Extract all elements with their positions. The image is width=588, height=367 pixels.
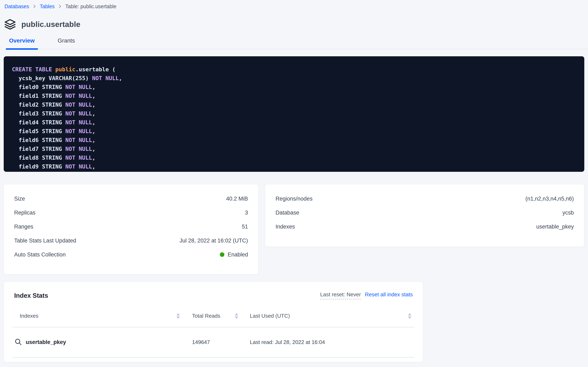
chevron-right-icon: [33, 4, 36, 8]
stat-value: 51: [242, 224, 248, 230]
stat-label: Table Stats Last Updated: [14, 238, 76, 244]
reset-index-stats-link[interactable]: Reset all index stats: [365, 291, 413, 298]
sql-line: field6 STRING NOT NULL,: [12, 136, 576, 144]
stat-value: Jul 28, 2022 at 16:02 (UTC): [180, 238, 248, 244]
sql-line: field7 STRING NOT NULL,: [12, 144, 576, 153]
index-stats-card: Index Stats Last reset: Never Reset all …: [4, 282, 423, 362]
column-header-total-reads[interactable]: Total Reads: [192, 313, 238, 319]
column-label: Indexes: [20, 313, 38, 319]
tab-grants-label: Grants: [58, 37, 75, 44]
stat-value: 40.2 MiB: [226, 196, 248, 202]
sql-line: field2 STRING NOT NULL,: [12, 100, 576, 109]
stat-label: Ranges: [14, 224, 33, 230]
sql-line: field3 STRING NOT NULL,: [12, 109, 576, 118]
stat-label: Database: [275, 210, 299, 216]
stat-row-indexes: Indexes usertable_pkey: [275, 220, 574, 234]
stat-label: Auto Stats Collection: [14, 251, 66, 258]
table-stack-icon: [4, 19, 16, 30]
column-label: Total Reads: [192, 313, 220, 319]
table-info-card: Regions/nodes (n1,n2,n3,n4,n5,n6) Databa…: [265, 184, 584, 247]
tab-bar: Overview Grants: [6, 37, 588, 49]
breadcrumb-current: Table: public.usertable: [65, 3, 116, 9]
sql-line: field1 STRING NOT NULL,: [12, 92, 576, 100]
reset-controls: Last reset: Never Reset all index stats: [320, 291, 413, 299]
column-header-indexes[interactable]: Indexes: [13, 313, 180, 319]
total-reads-value: 149647: [192, 339, 238, 345]
last-used-value: Last read: Jul 28, 2022 at 16:04: [250, 339, 414, 345]
stat-value: (n1,n2,n3,n4,n5,n6): [525, 196, 574, 202]
tab-grants[interactable]: Grants: [54, 37, 78, 49]
stat-label: Replicas: [14, 210, 35, 216]
stat-row-stats-updated: Table Stats Last Updated Jul 28, 2022 at…: [14, 234, 248, 248]
column-header-last-used[interactable]: Last Used (UTC): [250, 313, 414, 319]
page-header: public.usertable: [4, 18, 588, 30]
sql-line: field4 STRING NOT NULL,: [12, 118, 576, 127]
table-stats-card: Size 40.2 MiB Replicas 3 Ranges 51 Table…: [4, 184, 258, 275]
sql-line: field8 STRING NOT NULL,: [12, 153, 576, 162]
index-stats-title: Index Stats: [14, 292, 48, 299]
stat-row-ranges: Ranges 51: [14, 220, 248, 234]
sql-line: field0 STRING NOT NULL,: [12, 83, 576, 92]
sql-line: field9 STRING NOT NULL,: [12, 162, 576, 171]
stat-label: Size: [14, 196, 25, 202]
last-reset-label: Last reset: Never: [320, 291, 361, 299]
index-link-usertable-pkey[interactable]: usertable_pkey: [13, 338, 180, 347]
stat-label: Indexes: [275, 224, 295, 230]
index-table-header: Indexes Total Reads Last Used (UTC): [13, 305, 414, 327]
breadcrumb-tables[interactable]: Tables: [40, 3, 55, 9]
stat-row-database: Database ycsb: [275, 206, 574, 220]
sql-line: ycsb_key VARCHAR(255) NOT NULL,: [12, 74, 576, 83]
magnifier-icon: [14, 338, 22, 347]
create-table-sql-block: CREATE TABLE public.usertable ( ycsb_key…: [4, 56, 584, 172]
status-text: Enabled: [228, 251, 248, 258]
summary-cards: Size 40.2 MiB Replicas 3 Ranges 51 Table…: [4, 184, 584, 275]
table-row: usertable_pkey 149647 Last read: Jul 28,…: [13, 327, 414, 358]
index-stats-header: Index Stats Last reset: Never Reset all …: [4, 282, 423, 299]
column-label: Last Used (UTC): [250, 313, 290, 319]
status-enabled-dot: [220, 252, 224, 257]
index-stats-table: Indexes Total Reads Last Used (UTC): [13, 305, 414, 358]
sort-icon[interactable]: [176, 313, 180, 319]
breadcrumb-databases[interactable]: Databases: [5, 3, 29, 9]
stat-row-replicas: Replicas 3: [14, 206, 248, 220]
stat-row-regions: Regions/nodes (n1,n2,n3,n4,n5,n6): [275, 192, 574, 206]
stat-label: Regions/nodes: [275, 196, 313, 202]
index-name: usertable_pkey: [26, 339, 66, 345]
stat-row-size: Size 40.2 MiB: [14, 192, 248, 206]
sql-line: field5 STRING NOT NULL,: [12, 127, 576, 136]
tab-overview[interactable]: Overview: [6, 37, 38, 49]
page-title: public.usertable: [21, 20, 80, 29]
sort-icon[interactable]: [235, 313, 238, 319]
breadcrumb: Databases Tables Table: public.usertable: [0, 3, 588, 10]
chevron-right-icon: [59, 4, 61, 8]
stat-row-auto-stats: Auto Stats Collection Enabled: [14, 248, 248, 262]
sort-icon[interactable]: [408, 313, 411, 319]
table-details-page: Databases Tables Table: public.usertable…: [0, 0, 588, 362]
status-value: Enabled: [220, 251, 248, 258]
stat-value: usertable_pkey: [536, 224, 574, 230]
stat-value: ycsb: [562, 210, 574, 216]
tab-overview-label: Overview: [9, 37, 35, 44]
stat-value: 3: [245, 210, 248, 216]
sql-line: CREATE TABLE public.usertable (: [12, 65, 576, 74]
